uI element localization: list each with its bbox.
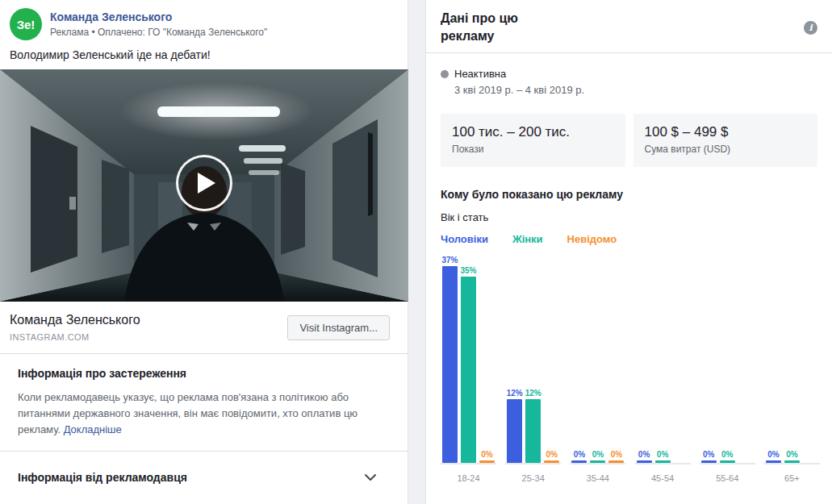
status-label: Неактивна xyxy=(454,68,506,80)
bar-value-label: 0% xyxy=(611,450,622,459)
chart-bar: 0% xyxy=(544,450,559,463)
category-label: 18-24 xyxy=(441,473,496,483)
bar-value-label: 12% xyxy=(525,389,541,398)
category-label: 45-54 xyxy=(635,473,691,483)
spend-label: Сума витрат (USD) xyxy=(645,144,807,155)
chart-bar: 0% xyxy=(637,450,652,463)
chart-bar: 0% xyxy=(479,450,495,463)
bar-value-label: 0% xyxy=(546,450,557,459)
bar-value-label: 0% xyxy=(657,450,668,459)
chart-group: 0%0%55-64 xyxy=(700,253,755,483)
chart-group: 37%35%0%18-24 xyxy=(441,253,496,483)
bar-value-label: 0% xyxy=(592,450,604,459)
disclaimer-section: Інформація про застереження Коли рекламо… xyxy=(0,354,408,451)
ad-header-text: Команда Зеленського Реклама • Оплачено: … xyxy=(50,8,267,38)
audience-title: Кому було показано цю рекламу xyxy=(426,167,832,201)
bar-value-label: 0% xyxy=(767,450,779,459)
advertiser-info-title: Інформація від рекламодавця xyxy=(18,471,187,484)
advertiser-info-expander[interactable]: Інформація від рекламодавця xyxy=(0,451,408,503)
legend-item[interactable]: Чоловіки xyxy=(441,233,488,245)
category-label: 55-64 xyxy=(700,473,755,483)
ad-video-thumbnail[interactable] xyxy=(0,69,408,302)
chart-group: 0%0%0%35-44 xyxy=(570,253,625,483)
chart-group: 0%0%45-54 xyxy=(635,253,691,483)
link-attachment-text: Команда Зеленського INSTAGRAM.COM xyxy=(10,313,140,342)
page-avatar[interactable]: Зе! xyxy=(10,8,42,40)
disclaimer-title: Інформація про застереження xyxy=(18,367,390,380)
ad-preview-card: Зе! Команда Зеленського Реклама • Оплаче… xyxy=(0,0,408,504)
avatar-label: Зе! xyxy=(17,18,36,31)
stats-row: 100 тис. – 200 тис. Покази 100 $ – 499 $… xyxy=(426,96,832,167)
bar-value-label: 0% xyxy=(721,450,733,459)
chart-bar: 12% xyxy=(525,389,541,463)
panel-title: Дані про цю рекламу xyxy=(441,10,546,44)
ad-header: Зе! Команда Зеленського Реклама • Оплаче… xyxy=(0,0,408,45)
chart-bar: 0% xyxy=(571,450,587,463)
bar-value-label: 0% xyxy=(703,450,714,459)
play-icon xyxy=(198,173,215,194)
age-gender-chart: 37%35%0%18-2412%12%0%25-340%0%0%35-440%0… xyxy=(426,245,832,483)
spend-stat: 100 $ – 499 $ Сума витрат (USD) xyxy=(633,114,818,167)
play-button[interactable] xyxy=(176,155,232,211)
chart-bar: 0% xyxy=(701,450,717,463)
date-range: 3 кві 2019 р. – 4 кві 2019 р. xyxy=(454,84,817,96)
chart-bar: 0% xyxy=(766,450,781,463)
status-block: Неактивна 3 кві 2019 р. – 4 кві 2019 р. xyxy=(426,53,832,96)
bar-value-label: 12% xyxy=(507,389,523,398)
chart-group: 0%0%65+ xyxy=(764,253,820,483)
impressions-value: 100 тис. – 200 тис. xyxy=(452,124,614,140)
ad-data-panel: Дані про цю рекламу i Неактивна 3 кві 20… xyxy=(425,0,832,504)
post-text: Володимир Зеленський іде на дебати! xyxy=(0,45,408,69)
spend-value: 100 $ – 499 $ xyxy=(645,124,807,140)
category-label: 25-34 xyxy=(505,473,561,483)
chart-bar: 0% xyxy=(655,450,671,463)
chart-group: 12%12%0%25-34 xyxy=(505,253,561,483)
legend-item[interactable]: Невідомо xyxy=(567,233,617,245)
chart-bar: 35% xyxy=(461,266,476,463)
ad-paid-by-label: Реклама • Оплачено: ГО "Команда Зеленськ… xyxy=(50,27,267,38)
category-label: 35-44 xyxy=(570,473,625,483)
impressions-stat: 100 тис. – 200 тис. Покази xyxy=(441,114,625,167)
chart-subtitle: Вік і стать xyxy=(426,201,832,223)
chart-bar: 0% xyxy=(720,450,735,463)
visit-instagram-button[interactable]: Visit Instagram... xyxy=(287,315,390,340)
chart-bar: 0% xyxy=(608,450,624,463)
legend-item[interactable]: Жінки xyxy=(512,233,543,245)
chart-bar: 12% xyxy=(507,389,522,463)
info-icon[interactable]: i xyxy=(804,21,817,35)
panel-header: Дані про цю рекламу i xyxy=(426,0,832,52)
category-label: 65+ xyxy=(764,473,820,483)
chevron-down-icon xyxy=(362,469,378,485)
disclaimer-body: Коли рекламодавець указує, що реклама по… xyxy=(18,389,377,438)
impressions-label: Покази xyxy=(452,144,614,155)
chart-legend: ЧоловікиЖінкиНевідомо xyxy=(426,223,832,245)
chart-bar: 0% xyxy=(784,450,800,463)
bar-value-label: 0% xyxy=(481,450,492,459)
bar-value-label: 37% xyxy=(442,256,458,264)
link-title: Команда Зеленського xyxy=(10,313,140,327)
link-domain: INSTAGRAM.COM xyxy=(10,332,140,342)
page-name-link[interactable]: Команда Зеленського xyxy=(50,10,172,23)
chart-bar: 0% xyxy=(590,450,605,463)
chart-bar: 37% xyxy=(442,256,458,463)
bar-value-label: 35% xyxy=(461,266,477,275)
bar-value-label: 0% xyxy=(638,450,650,459)
learn-more-link[interactable]: Докладніше xyxy=(64,423,122,435)
bar-value-label: 0% xyxy=(786,450,797,459)
bar-value-label: 0% xyxy=(574,450,585,459)
link-attachment-card[interactable]: Команда Зеленського INSTAGRAM.COM Visit … xyxy=(0,302,408,354)
inactive-status-dot-icon xyxy=(441,70,449,78)
